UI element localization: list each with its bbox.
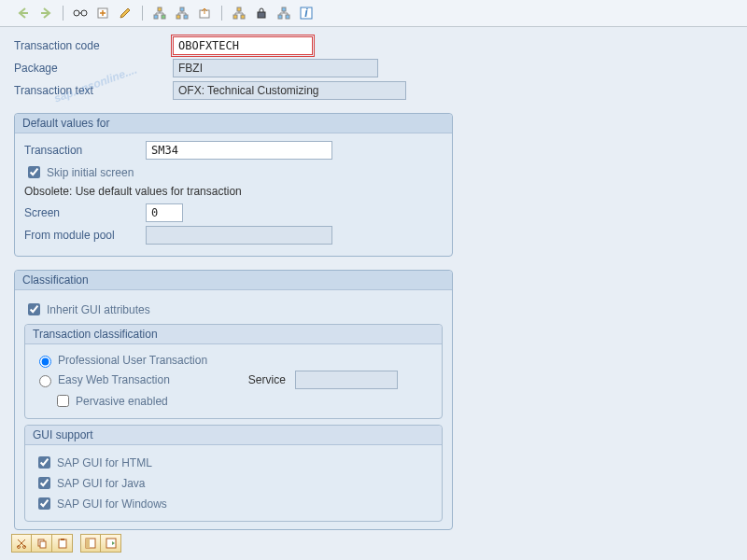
svg-rect-14 bbox=[282, 7, 286, 11]
transaction-text-input bbox=[173, 81, 406, 100]
svg-rect-3 bbox=[158, 7, 162, 11]
svg-rect-11 bbox=[233, 15, 237, 19]
svg-rect-22 bbox=[40, 541, 46, 548]
transaction-input[interactable] bbox=[146, 141, 332, 160]
lock-icon[interactable] bbox=[252, 4, 271, 22]
hierarchy-icon-4[interactable] bbox=[275, 4, 293, 22]
transaction-code-input[interactable] bbox=[173, 36, 313, 55]
svg-rect-8 bbox=[184, 15, 188, 19]
transaction-text-label: Transaction text bbox=[14, 84, 173, 97]
svg-rect-7 bbox=[176, 15, 180, 19]
svg-point-20 bbox=[23, 546, 26, 549]
transaction-classification-subgroup: Transaction classification Professional … bbox=[24, 324, 443, 419]
svg-rect-12 bbox=[241, 15, 245, 19]
toolbar: i bbox=[0, 0, 747, 27]
inherit-gui-label: Inherit GUI attributes bbox=[47, 303, 150, 316]
gui-windows-checkbox[interactable]: SAP GUI for Windows bbox=[35, 495, 432, 512]
main-content: Transaction code Package Transaction tex… bbox=[0, 27, 747, 539]
svg-rect-5 bbox=[162, 15, 165, 19]
svg-rect-16 bbox=[286, 15, 289, 19]
layout-icon-2[interactable] bbox=[101, 534, 121, 553]
service-label: Service bbox=[248, 373, 286, 386]
export-icon[interactable] bbox=[195, 4, 214, 22]
info-icon[interactable]: i bbox=[297, 4, 316, 22]
gui-java-label: SAP GUI for Java bbox=[57, 477, 145, 490]
service-input bbox=[295, 371, 398, 389]
svg-rect-13 bbox=[258, 12, 265, 18]
svg-rect-10 bbox=[237, 7, 241, 11]
svg-rect-4 bbox=[154, 15, 158, 19]
package-input bbox=[173, 59, 378, 77]
professional-label: Professional User Transaction bbox=[58, 354, 207, 367]
back-button[interactable] bbox=[14, 4, 33, 22]
gui-java-checkbox[interactable]: SAP GUI for Java bbox=[35, 474, 432, 492]
classification-title: Classification bbox=[15, 271, 452, 290]
gui-html-checkbox[interactable]: SAP GUI for HTML bbox=[35, 454, 432, 471]
hierarchy-icon-1[interactable] bbox=[150, 4, 169, 22]
forward-button[interactable] bbox=[36, 4, 55, 22]
transaction-code-label: Transaction code bbox=[14, 39, 173, 52]
transaction-label: Transaction bbox=[24, 144, 146, 157]
svg-rect-15 bbox=[278, 15, 282, 19]
module-pool-label: From module pool bbox=[24, 229, 146, 242]
gui-support-title: GUI support bbox=[25, 426, 442, 445]
edit-icon[interactable] bbox=[116, 4, 134, 22]
hierarchy-icon-2[interactable] bbox=[173, 4, 191, 22]
screen-label: Screen bbox=[24, 206, 146, 219]
bottom-toolbar bbox=[11, 534, 121, 553]
trans-class-title: Transaction classification bbox=[25, 325, 442, 344]
module-pool-input bbox=[146, 226, 332, 245]
svg-point-19 bbox=[18, 546, 21, 549]
svg-rect-6 bbox=[180, 7, 184, 11]
cut-icon[interactable] bbox=[11, 534, 32, 553]
skip-initial-label: Skip initial screen bbox=[47, 166, 134, 179]
svg-point-0 bbox=[74, 10, 79, 16]
gui-windows-label: SAP GUI for Windows bbox=[57, 497, 167, 511]
easy-web-label: Easy Web Transaction bbox=[58, 373, 170, 386]
classification-group: Classification Inherit GUI attributes Tr… bbox=[14, 270, 453, 530]
svg-rect-23 bbox=[59, 539, 66, 548]
create-icon[interactable] bbox=[93, 4, 112, 22]
copy-icon[interactable] bbox=[32, 534, 52, 553]
svg-rect-26 bbox=[86, 539, 90, 548]
pervasive-checkbox[interactable]: Pervasive enabled bbox=[53, 392, 432, 410]
glasses-icon[interactable] bbox=[71, 4, 90, 22]
easy-web-radio[interactable]: Easy Web Transaction bbox=[35, 372, 170, 387]
svg-point-1 bbox=[81, 10, 87, 16]
default-values-title: Default values for bbox=[15, 114, 452, 133]
layout-icon-1[interactable] bbox=[80, 534, 101, 553]
hierarchy-icon-3[interactable] bbox=[230, 4, 248, 22]
obsolete-text: Obsolete: Use default values for transac… bbox=[24, 185, 443, 198]
inherit-gui-checkbox[interactable]: Inherit GUI attributes bbox=[24, 301, 443, 318]
paste-icon[interactable] bbox=[52, 534, 73, 553]
gui-support-subgroup: GUI support SAP GUI for HTML SAP GUI for… bbox=[24, 425, 443, 522]
screen-input[interactable] bbox=[146, 203, 183, 222]
svg-rect-24 bbox=[61, 539, 64, 540]
skip-initial-checkbox[interactable]: Skip initial screen bbox=[24, 163, 443, 181]
package-label: Package bbox=[14, 62, 173, 75]
pervasive-label: Pervasive enabled bbox=[76, 395, 168, 408]
gui-html-label: SAP GUI for HTML bbox=[57, 456, 152, 469]
professional-radio[interactable]: Professional User Transaction bbox=[35, 353, 432, 368]
default-values-group: Default values for Transaction Skip init… bbox=[14, 113, 453, 257]
